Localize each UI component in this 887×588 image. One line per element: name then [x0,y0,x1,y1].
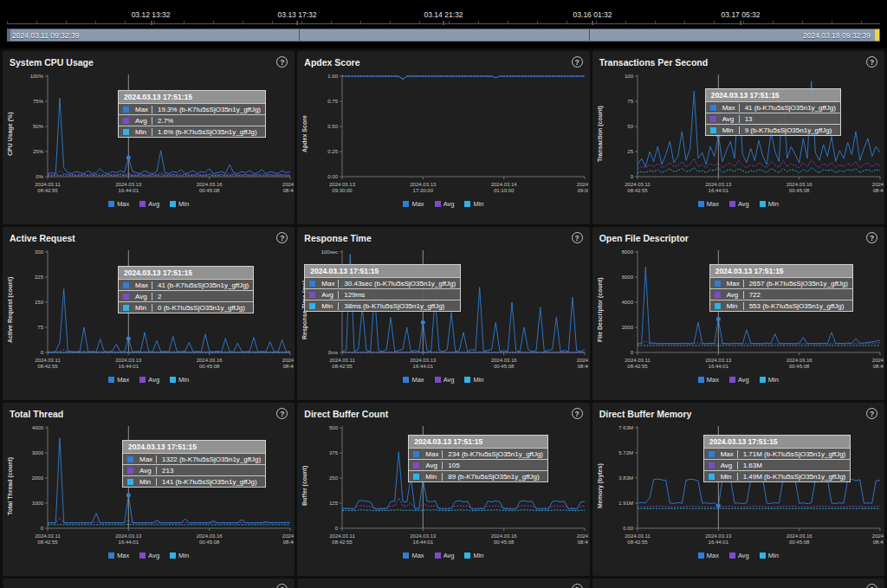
legend-item-max[interactable]: Max [108,200,129,208]
tooltip-min-label: Min [135,304,152,312]
legend-item-max[interactable]: Max [698,376,719,384]
svg-text:2024.03.1317:20:00: 2024.03.1317:20:00 [411,182,437,193]
chart-panel-partial: ? [297,578,589,588]
max-color-swatch [108,201,114,207]
tooltip-row-max: Max 41 (b-K7Iu5sSjO35n1y_gffJg) [119,279,253,290]
range-end-handle[interactable] [875,29,879,41]
avg-color-swatch [729,377,735,383]
tooltip-row-min: Min 553 (b-K7Iu5sSjO35n1y_gffJg) [710,300,852,311]
help-icon[interactable]: ? [866,232,877,243]
legend-item-max[interactable]: Max [403,552,424,559]
avg-color-swatch [435,201,441,207]
legend-item-min[interactable]: Min [170,552,189,559]
legend-item-min[interactable]: Min [464,376,483,384]
legend-item-max[interactable]: Max [698,200,719,208]
svg-text:2024.03.1108:42:55: 2024.03.1108:42:55 [625,182,651,193]
svg-text:100: 100 [625,74,634,79]
help-icon[interactable]: ? [866,56,877,68]
min-color-swatch [760,377,766,383]
tooltip-min-value: 553 (b-K7Iu5sSjO35n1y_gffJg) [748,302,845,310]
legend-item-max[interactable]: Max [403,200,424,208]
svg-text:0ms: 0ms [328,350,338,355]
help-icon[interactable]: ? [572,232,583,243]
help-icon[interactable]: ? [276,584,288,588]
tooltip-max-label: Max [722,104,740,112]
chart-area: Apdex Score 1.000.750.500.250.002024.03.… [297,69,589,199]
svg-text:2024.009:00:: 2024.009:00: [577,182,588,193]
tooltip-row-max: Max 19.3% (b-K7Iu5sSjO35n1y_gffJg) [119,103,265,114]
legend-item-min[interactable]: Min [760,200,779,208]
max-color-swatch [710,105,716,111]
tooltip-timestamp: 2024.03.13 17:51:15 [119,267,253,279]
svg-text:2024.03.1316:44:01: 2024.03.1316:44:01 [705,182,732,193]
legend-item-max[interactable]: Max [403,376,424,384]
chart-tooltip: 2024.03.13 17:51:15 Max 41 (b-K7Iu5sSjO3… [118,266,254,313]
help-icon[interactable]: ? [572,584,583,588]
legend-item-avg[interactable]: Avg [139,552,159,559]
range-start-handle[interactable] [8,29,10,41]
legend-min-label: Min [768,200,779,208]
help-icon[interactable]: ? [276,232,288,243]
legend-min-label: Min [473,552,483,559]
legend-item-min[interactable]: Min [760,552,779,559]
legend-item-avg[interactable]: Avg [729,200,749,208]
chart-title: Response Time [304,233,371,243]
legend-item-min[interactable]: Min [170,200,189,208]
chart-legend: Max Avg Min [592,552,884,559]
legend-item-min[interactable]: Min [464,200,483,208]
chart-tooltip: 2024.03.13 17:51:15 Max 2657 (b-K7Iu5sSj… [709,264,853,312]
svg-text:5.72M: 5.72M [618,450,633,456]
legend-item-avg[interactable]: Avg [139,376,159,384]
legend-item-max[interactable]: Max [108,376,129,384]
chart-tooltip: 2024.03.13 17:51:15 Max 19.3% (b-K7Iu5sS… [118,90,266,138]
svg-text:8000: 8000 [621,249,633,255]
svg-text:2024.03.1316:44:01: 2024.03.1316:44:01 [115,533,142,545]
legend-item-min[interactable]: Min [760,376,779,384]
y-axis-label: Memory (bytes) [595,421,605,551]
svg-text:2024.03.1600:45:08: 2024.03.1600:45:08 [491,533,518,545]
chart-legend: Max Avg Min [3,200,295,208]
min-color-swatch [170,552,176,559]
chart-title: Transactions Per Second [599,57,708,68]
tooltip-row-min: Min 89 (b-K7Iu5sSjO35n1y_gffJg) [409,470,547,481]
chart-legend: Max Avg Min [297,552,589,559]
tooltip-row-min: Min 38ms (b-K7Iu5sSjO35n1y_gffJg) [305,300,460,311]
svg-text:2024.008:46:: 2024.008:46: [871,533,883,545]
help-icon[interactable]: ? [866,584,877,588]
svg-text:75%: 75% [33,99,44,104]
legend-item-max[interactable]: Max [698,552,719,559]
legend-min-label: Min [178,200,189,208]
help-icon[interactable]: ? [276,408,288,419]
tooltip-min-value: 9 (b-K7Iu5sSjO35n1y_gffJg) [743,126,832,134]
chart-area: Active Request (count) 3002251507502024.… [3,245,295,375]
legend-item-avg[interactable]: Avg [729,376,749,384]
legend-item-avg[interactable]: Avg [435,552,455,559]
legend-item-max[interactable]: Max [108,552,129,559]
y-axis-label: Apdex Score [300,69,309,199]
help-icon[interactable]: ? [572,408,583,419]
min-color-swatch [123,305,129,311]
chart-panel: Direct Buffer Memory ? Memory (bytes) 7.… [592,403,884,576]
legend-avg-label: Avg [444,552,455,559]
time-range-slider[interactable]: 2024.03.11 09:32:39 2024.03.18 09:32:39 [7,29,880,42]
svg-text:2024.008:46:: 2024.008:46: [871,358,883,369]
help-icon[interactable]: ? [276,56,288,68]
svg-text:0: 0 [41,526,44,531]
legend-item-min[interactable]: Min [464,552,483,559]
chart-plot[interactable]: 1.000.750.500.250.002024.03.1309:30:0020… [309,69,588,199]
legend-avg-label: Avg [738,552,749,559]
legend-item-avg[interactable]: Avg [435,200,455,208]
svg-text:2024.008:46:: 2024.008:46: [577,358,588,369]
tooltip-min-value: 38ms (b-K7Iu5sSjO35n1y_gffJg) [342,302,444,310]
tooltip-timestamp: 2024.03.13 17:51:15 [305,265,460,277]
legend-item-avg[interactable]: Avg [729,552,749,559]
legend-item-avg[interactable]: Avg [435,376,455,384]
help-icon[interactable]: ? [866,408,877,419]
legend-item-min[interactable]: Min [170,376,189,384]
tooltip-min-label: Min [721,473,738,481]
svg-text:2024.008:46:: 2024.008:46: [282,358,294,369]
help-icon[interactable]: ? [572,56,583,68]
chart-tooltip: 2024.03.13 17:51:15 Max 1.71M (b-K7Iu5sS… [703,435,851,482]
legend-item-avg[interactable]: Avg [139,200,159,208]
chart-area: Memory (bytes) 7.63M5.72M3.83M1.91M0.002… [592,421,884,551]
